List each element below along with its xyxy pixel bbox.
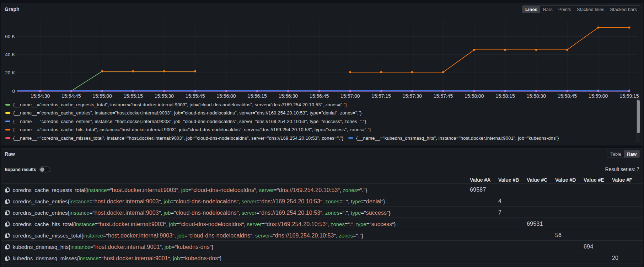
svg-text:15:58:15: 15:58:15 xyxy=(495,93,515,99)
svg-text:15:58:00: 15:58:00 xyxy=(465,93,484,99)
svg-text:60 K: 60 K xyxy=(5,34,15,39)
svg-text:15:56:30: 15:56:30 xyxy=(279,93,298,99)
svg-text:15:55:45: 15:55:45 xyxy=(186,93,205,99)
svg-text:15:57:30: 15:57:30 xyxy=(403,93,422,99)
svg-text:0: 0 xyxy=(12,89,15,94)
svg-text:15:54:45: 15:54:45 xyxy=(61,93,81,99)
svg-text:15:57:15: 15:57:15 xyxy=(371,93,391,99)
svg-text:15:59:15: 15:59:15 xyxy=(619,93,639,99)
svg-text:15:58:45: 15:58:45 xyxy=(558,93,577,99)
svg-text:15:56:45: 15:56:45 xyxy=(310,93,329,99)
svg-text:15:57:00: 15:57:00 xyxy=(340,93,360,99)
svg-text:15:56:15: 15:56:15 xyxy=(247,93,267,99)
svg-text:15:58:30: 15:58:30 xyxy=(526,93,546,99)
svg-text:15:57:45: 15:57:45 xyxy=(434,93,453,99)
svg-text:15:59:00: 15:59:00 xyxy=(589,93,608,99)
svg-text:15:55:15: 15:55:15 xyxy=(123,93,143,99)
svg-text:20 K: 20 K xyxy=(5,70,15,75)
svg-text:40 K: 40 K xyxy=(5,52,15,57)
svg-text:15:54:30: 15:54:30 xyxy=(31,93,50,99)
svg-text:15:55:00: 15:55:00 xyxy=(92,93,112,99)
svg-text:15:55:30: 15:55:30 xyxy=(155,93,174,99)
svg-text:15:56:00: 15:56:00 xyxy=(216,93,236,99)
